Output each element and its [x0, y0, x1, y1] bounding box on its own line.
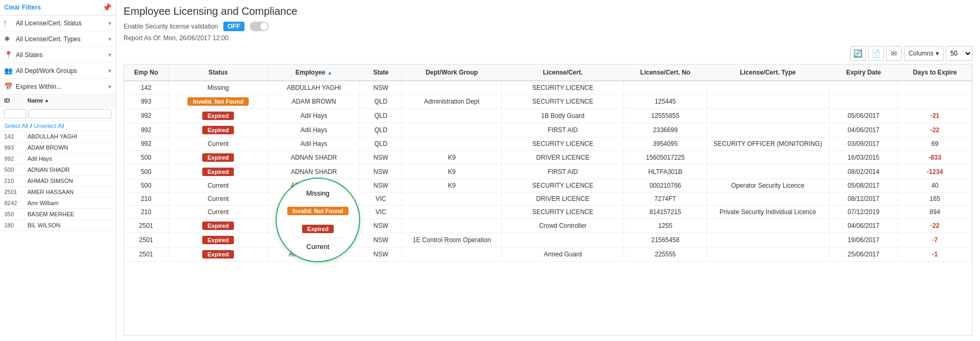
clear-filters-link[interactable]: Clear Filters [4, 4, 41, 11]
list-item[interactable]: 992Adil Hays [0, 153, 116, 164]
th-type[interactable]: License/Cert. Type [706, 64, 829, 81]
pdf-button[interactable]: 📄 [868, 46, 884, 61]
table-row[interactable]: 992 Current Adil Hays QLD SECURITY LICEN… [124, 137, 972, 151]
cell-days: -833 [898, 151, 972, 165]
cell-type: SECURITY OFFICER (MONITORING) [706, 137, 829, 151]
table-row[interactable]: 993 Invalid. Not Found ADAM BROWN QLD Ad… [124, 95, 972, 109]
unselect-all-link[interactable]: Unselect All [34, 123, 64, 129]
name-sort-arrow: ▲ [44, 98, 49, 103]
cell-dept [402, 219, 502, 233]
select-all-link[interactable]: Select All [4, 123, 28, 129]
cell-cert-no: 225555 [624, 247, 706, 262]
table-row[interactable]: 142 Missing ABDULLAH YAGHI NSW SECURITY … [124, 81, 972, 95]
cell-cert-no: HLTFA301B [624, 165, 706, 179]
cell-licence [502, 233, 624, 247]
list-item[interactable]: 210AHMAD SIMSON [0, 176, 116, 187]
cell-status: Expired [168, 219, 268, 233]
id-filter-input[interactable] [4, 109, 26, 118]
columns-button[interactable]: Columns ▾ [904, 46, 944, 61]
cell-status: Current [168, 206, 268, 219]
dept-filter-chevron: ▾ [108, 67, 111, 75]
th-status[interactable]: Status [168, 64, 268, 81]
expires-filter-chevron: ▾ [108, 83, 111, 90]
table-row[interactable]: 992 Expired Adil Hays QLD 1B Body Guard … [124, 109, 972, 123]
cell-expiry: 03/09/2017 [829, 137, 898, 151]
cell-cert-no: 2336699 [624, 123, 706, 137]
cell-dept: Administration Dept [402, 95, 502, 109]
sidebar-header[interactable]: Clear Filters 📌 [0, 0, 116, 15]
table-row[interactable]: 500 Expired ADNAN SHADR NSW K9 FIRST AID… [124, 165, 972, 179]
th-days[interactable]: Days to Expire [898, 64, 972, 81]
cell-days [898, 81, 972, 95]
email-button[interactable]: ✉ [886, 46, 902, 61]
dept-filter[interactable]: 👥 All Dept/Work Groups ▾ [0, 63, 116, 79]
data-table-container[interactable]: Emp No Status Employee ▲ State Dept/Work… [124, 64, 973, 336]
table-row[interactable]: 2501 Expired AMER HASSAAN NSW Crowd Cont… [124, 219, 972, 233]
dept-filter-icon: 👥 [4, 67, 13, 75]
name-filter-input[interactable] [29, 109, 111, 118]
cell-dept: K9 [402, 165, 502, 179]
cell-emp: 210 [124, 192, 168, 206]
list-item[interactable]: 142ABDULLAH YAGHI [0, 131, 116, 142]
cell-expiry: 07/12/2019 [829, 206, 898, 219]
status-badge: Expired [202, 112, 234, 120]
cell-licence: SECURITY LICENCE [502, 137, 624, 151]
cell-expiry: 04/06/2017 [829, 219, 898, 233]
cell-emp: 142 [124, 81, 168, 95]
cell-dept [402, 123, 502, 137]
th-licence[interactable]: License/Cert. [502, 64, 624, 81]
id-name-filter-inputs [0, 107, 116, 121]
cell-licence: SECURITY LICENCE [502, 95, 624, 109]
states-filter[interactable]: 📍 All States ▾ [0, 47, 116, 63]
refresh-button[interactable]: 🔄 [850, 46, 866, 61]
th-employee[interactable]: Employee ▲ [268, 64, 360, 81]
cell-expiry: 08/02/2014 [829, 165, 898, 179]
th-cert-no[interactable]: License/Cert. No [624, 64, 706, 81]
table-row[interactable]: 2501 Expired AMER HASSAAN NSW 1E Control… [124, 233, 972, 247]
status-filter[interactable]: ! All License/Cert. Status ▾ [0, 15, 116, 31]
list-item[interactable]: 350BASEM MERHEE [0, 209, 116, 220]
table-row[interactable]: 210 Current AHMAD SIMSON VIC DRIVER LICE… [124, 192, 972, 206]
table-row[interactable]: 2501 Expired AMER HASSAAN NSW Armed Guar… [124, 247, 972, 262]
table-row[interactable]: 500 Current ADNAN SHADR NSW K9 SECURITY … [124, 179, 972, 192]
cell-dept [402, 192, 502, 206]
cell-expiry: 04/06/2017 [829, 123, 898, 137]
list-item[interactable]: 2501AMER HASSAAN [0, 187, 116, 198]
table-row[interactable]: 992 Expired Adil Hays QLD FIRST AID 2336… [124, 123, 972, 137]
list-item[interactable]: 180BIL WILSON [0, 220, 116, 231]
th-dept[interactable]: Dept/Work Group [402, 64, 502, 81]
cell-licence: DRIVER LICENCE [502, 192, 624, 206]
status-badge: Expired [202, 236, 234, 244]
types-filter[interactable]: ✱ All License/Cert. Types ▾ [0, 31, 116, 47]
cell-status: Expired [168, 109, 268, 123]
cell-status: Current [168, 137, 268, 151]
cell-days: 40 [898, 179, 972, 192]
cell-state: NSW [360, 165, 402, 179]
list-item[interactable]: 8242Amr William [0, 198, 116, 209]
cell-status: Expired [168, 123, 268, 137]
expires-filter[interactable]: 📅 Expires Within... ▾ [0, 79, 116, 95]
main-content: Employee Licensing and Compliance Enable… [116, 0, 980, 341]
cell-cert-no: 000210766 [624, 179, 706, 192]
toggle-track[interactable] [250, 22, 269, 31]
table-row[interactable]: 210 Current AHMAD SIMSON VIC SECURITY LI… [124, 206, 972, 219]
employee-list: 142ABDULLAH YAGHI993ADAM BROWN992Adil Ha… [0, 131, 116, 341]
th-expiry[interactable]: Expiry Date [829, 64, 898, 81]
cell-state: VIC [360, 206, 402, 219]
cell-expiry: 08/12/2017 [829, 192, 898, 206]
cell-cert-no: 21565458 [624, 233, 706, 247]
cell-employee: Adil Hays [268, 123, 360, 137]
th-emp-no[interactable]: Emp No [124, 64, 168, 81]
status-badge: Expired [202, 222, 234, 230]
table-row[interactable]: 500 Expired ADNAN SHADR NSW K9 DRIVER LI… [124, 151, 972, 165]
th-state[interactable]: State [360, 64, 402, 81]
cell-expiry: 05/08/2017 [829, 179, 898, 192]
toggle-button[interactable]: OFF [223, 22, 244, 31]
states-filter-chevron: ▾ [108, 51, 111, 59]
cell-status: Current [168, 192, 268, 206]
list-item[interactable]: 993ADAM BROWN [0, 142, 116, 153]
list-item[interactable]: 500ADNAN SHADR [0, 164, 116, 176]
cell-days: -7 [898, 233, 972, 247]
cell-emp: 2501 [124, 247, 168, 262]
page-size-select[interactable]: 50 25 100 [946, 46, 973, 61]
